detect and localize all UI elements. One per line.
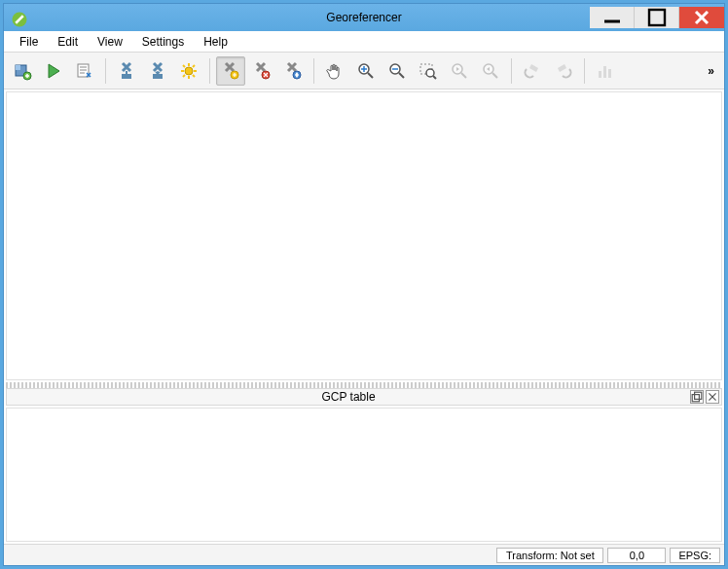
raster-canvas[interactable]	[6, 91, 722, 380]
svg-line-17	[193, 75, 195, 77]
menu-settings[interactable]: Settings	[132, 33, 194, 51]
menubar: File Edit View Settings Help	[4, 31, 724, 53]
svg-rect-35	[603, 66, 606, 78]
separator	[209, 58, 210, 84]
separator	[511, 58, 512, 84]
zoom-next-button[interactable]	[476, 56, 505, 86]
generate-script-button[interactable]	[70, 56, 99, 86]
gcp-table-panel-header: GCP table	[6, 388, 722, 406]
menu-view[interactable]: View	[88, 33, 132, 51]
status-coords: 0,0	[607, 548, 666, 563]
titlebar: Georeferencer	[4, 4, 724, 31]
zoom-in-button[interactable]	[351, 56, 381, 86]
svg-line-18	[193, 65, 195, 67]
svg-point-11	[185, 67, 193, 75]
histogram-stretch-button[interactable]	[591, 56, 620, 86]
gcp-table-close-button[interactable]	[706, 390, 719, 404]
save-gcp-button[interactable]	[143, 56, 172, 86]
pan-button[interactable]	[320, 56, 349, 86]
svg-rect-36	[608, 69, 611, 78]
separator	[313, 58, 314, 84]
add-point-button[interactable]	[216, 56, 245, 86]
svg-rect-37	[692, 395, 699, 402]
window-controls	[590, 7, 724, 28]
close-button[interactable]	[679, 7, 724, 28]
toolbar-overflow-button[interactable]: »	[702, 64, 720, 78]
zoom-last-button[interactable]	[445, 56, 474, 86]
separator	[584, 58, 585, 84]
svg-rect-6	[16, 65, 20, 70]
statusbar: Transform: Not set 0,0 EPSG:	[4, 544, 724, 565]
status-transform: Transform: Not set	[496, 548, 603, 563]
svg-rect-2	[649, 10, 665, 25]
svg-rect-9	[122, 74, 131, 79]
svg-line-26	[399, 73, 404, 78]
svg-line-24	[368, 73, 373, 78]
toolbar: »	[4, 53, 724, 89]
app-icon	[10, 10, 25, 25]
svg-rect-34	[599, 71, 601, 78]
open-raster-button[interactable]	[8, 56, 37, 86]
maximize-button[interactable]	[635, 7, 679, 28]
gcp-table[interactable]	[6, 408, 722, 542]
svg-line-29	[433, 76, 436, 79]
zoom-out-button[interactable]	[382, 56, 412, 86]
delete-point-button[interactable]	[247, 56, 276, 86]
svg-line-33	[492, 73, 497, 78]
separator	[105, 58, 106, 84]
menu-help[interactable]: Help	[194, 33, 237, 51]
svg-line-16	[183, 65, 185, 67]
svg-point-28	[426, 69, 434, 77]
gcp-table-float-button[interactable]	[690, 390, 704, 404]
svg-line-19	[183, 75, 185, 77]
menu-edit[interactable]: Edit	[48, 33, 88, 51]
gcp-table-title: GCP table	[9, 390, 688, 404]
svg-rect-38	[695, 392, 702, 399]
zoom-to-layer-button[interactable]	[414, 56, 443, 86]
status-epsg: EPSG:	[670, 548, 720, 563]
move-point-button[interactable]	[278, 56, 308, 86]
start-georef-button[interactable]	[39, 56, 68, 86]
transform-settings-button[interactable]	[174, 56, 203, 86]
link-qgis-button[interactable]	[549, 56, 578, 86]
link-georef-button[interactable]	[518, 56, 547, 86]
minimize-button[interactable]	[590, 7, 635, 28]
load-gcp-button[interactable]	[112, 56, 141, 86]
svg-line-31	[461, 73, 466, 78]
georeferencer-window: Georeferencer File Edit View Settings He…	[3, 3, 725, 566]
menu-file[interactable]: File	[10, 33, 48, 51]
